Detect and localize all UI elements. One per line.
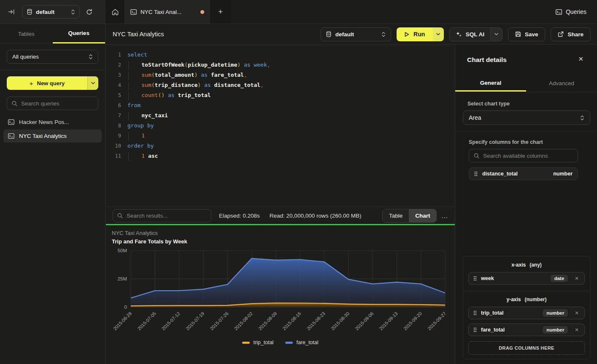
- drag-handle-icon: [473, 327, 477, 332]
- column-name: trip_total: [481, 310, 503, 316]
- legend-label: trip_total: [253, 340, 273, 345]
- queries-button-label: Queries: [566, 8, 586, 15]
- new-query-main[interactable]: + New query: [7, 76, 87, 90]
- view-toggle-chart[interactable]: Chart: [409, 209, 436, 222]
- chart-region: 025M50M2015-06-282015-07-052015-07-12201…: [106, 225, 455, 364]
- svg-text:2015-09-27: 2015-09-27: [427, 311, 447, 331]
- console-icon: [8, 133, 14, 139]
- sql-editor[interactable]: 1select2toStartOfWeek(pickup_datetime) a…: [106, 45, 455, 207]
- new-tab-button[interactable]: +: [210, 0, 231, 24]
- remove-column-icon[interactable]: ✕: [574, 326, 580, 334]
- axis-column-card[interactable]: weekdate✕: [468, 272, 585, 285]
- line-number: 11: [110, 151, 121, 161]
- chevron-down-icon: [91, 82, 95, 84]
- svg-text:2015-08-30: 2015-08-30: [330, 311, 350, 331]
- tab-queries[interactable]: Queries: [53, 24, 105, 43]
- home-tab[interactable]: [105, 0, 125, 24]
- legend-item[interactable]: fare_total: [285, 340, 318, 345]
- new-query-button[interactable]: + New query: [7, 76, 98, 90]
- run-options-dropdown[interactable]: [433, 27, 444, 41]
- sql-console-app: default NYC Taxi Anal...: [0, 0, 597, 364]
- remove-column-icon[interactable]: ✕: [574, 309, 580, 317]
- share-button[interactable]: Share: [551, 27, 591, 41]
- x-axis-hint: (any): [529, 262, 542, 268]
- sql-ai-dropdown[interactable]: [490, 28, 502, 41]
- axis-column-card[interactable]: fare_totalnumber✕: [468, 324, 585, 336]
- axis-column-card[interactable]: trip_totalnumber✕: [468, 307, 585, 319]
- search-results-input[interactable]: [127, 213, 207, 219]
- plus-icon: +: [30, 80, 33, 87]
- query-title: NYC Taxi Analytics: [113, 31, 164, 38]
- drag-handle-icon: [474, 171, 478, 176]
- run-button[interactable]: Run: [397, 27, 433, 41]
- new-query-dropdown[interactable]: [87, 76, 98, 90]
- collapse-sidebar-icon[interactable]: [8, 9, 15, 15]
- chart-type-select[interactable]: Area: [463, 111, 590, 125]
- available-column-card[interactable]: distance_totalnumber: [469, 167, 578, 180]
- chart-title: NYC Taxi Analytics: [112, 230, 158, 236]
- code-text: order by: [127, 141, 154, 151]
- search-queries-input[interactable]: [21, 100, 93, 107]
- chevron-updown-icon: [580, 115, 584, 121]
- query-header: NYC Taxi Analytics default Run: [106, 24, 597, 45]
- column-name: week: [481, 275, 494, 281]
- code-line: 8group by: [110, 121, 455, 131]
- line-number: 7: [110, 111, 121, 121]
- indent-guide: [128, 132, 141, 140]
- console-icon: [8, 119, 14, 125]
- tab-general[interactable]: General: [455, 75, 526, 92]
- save-icon: [515, 31, 521, 37]
- drag-handle-icon: [473, 310, 477, 315]
- y-axis-header: y-axis (number): [463, 291, 590, 302]
- column-name: fare_total: [481, 327, 505, 333]
- query-filter-select[interactable]: All queries: [7, 50, 98, 64]
- tab-title: NYC Taxi Anal...: [140, 9, 197, 15]
- run-database-selector[interactable]: default: [321, 27, 391, 41]
- view-toggle-table[interactable]: Table: [383, 209, 409, 222]
- code-text: 1: [127, 131, 145, 141]
- search-icon: [474, 153, 479, 159]
- legend-item[interactable]: trip_total: [242, 340, 273, 345]
- queries-button[interactable]: Queries: [556, 0, 586, 24]
- play-icon: [404, 32, 409, 37]
- svg-text:2015-09-13: 2015-09-13: [378, 311, 399, 331]
- query-item-label: Hacker News Pos...: [19, 119, 69, 125]
- tab-advanced[interactable]: Advanced: [526, 75, 597, 92]
- drag-handle-icon: [473, 276, 477, 281]
- close-icon[interactable]: ✕: [578, 55, 583, 63]
- tab-nyc-taxi-analytics[interactable]: NYC Taxi Anal...: [125, 0, 210, 24]
- legend-swatch: [242, 342, 250, 344]
- line-number: 1: [110, 50, 121, 60]
- code-line: 1select: [110, 50, 455, 60]
- code-text: nyc_taxi: [127, 111, 168, 121]
- panel-title: Chart details: [467, 56, 507, 64]
- refresh-icon[interactable]: [86, 9, 92, 15]
- database-icon: [27, 9, 32, 15]
- drag-columns-drop-zone[interactable]: DRAG COLUMNS HERE: [468, 341, 585, 355]
- indent-guide: [128, 112, 141, 120]
- chart-details-panel: Chart details ✕ General Advanced Select …: [455, 45, 597, 364]
- remove-column-icon[interactable]: ✕: [574, 275, 580, 282]
- results-toolbar: Elapsed: 0.208s Read: 20,000,000 rows (2…: [106, 207, 455, 224]
- x-axis-cards: weekdate✕: [463, 272, 590, 285]
- query-header-controls: default Run: [321, 27, 591, 41]
- svg-text:2015-07-26: 2015-07-26: [209, 311, 229, 331]
- search-columns-input[interactable]: [483, 153, 573, 159]
- tab-strip: NYC Taxi Anal... +: [105, 0, 231, 24]
- columns-search: [469, 149, 578, 162]
- line-number: 9: [110, 131, 121, 141]
- sql-ai-button[interactable]: SQL AI: [450, 28, 490, 41]
- database-selector[interactable]: default: [22, 5, 80, 19]
- code-line: 3sum(total_amount) as fare_total,: [110, 70, 455, 80]
- sidebar-query-item[interactable]: Hacker News Pos...: [3, 116, 102, 129]
- sidebar: Tables Queries All queries + New query: [0, 24, 105, 364]
- code-text: select: [127, 50, 147, 60]
- sidebar-query-item[interactable]: NYC Taxi Analytics: [3, 129, 102, 143]
- line-number: 8: [110, 121, 121, 131]
- panel-tabs: General Advanced: [455, 75, 597, 92]
- column-type-badge: date: [551, 275, 568, 282]
- tab-tables[interactable]: Tables: [0, 24, 53, 43]
- more-options-icon[interactable]: ...: [441, 212, 448, 219]
- code-line: 5count() as trip_total: [110, 90, 455, 100]
- save-button[interactable]: Save: [508, 27, 546, 41]
